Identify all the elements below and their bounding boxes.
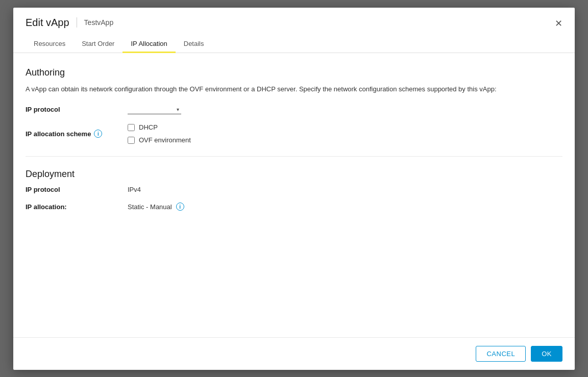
section-divider [26, 156, 562, 157]
dialog-header: Edit vApp TestvApp ✕ [13, 8, 575, 36]
dialog-title: Edit vApp [26, 17, 69, 29]
ip-allocation-scheme-info-icon[interactable]: i [94, 130, 102, 138]
ip-allocation-scheme-row: IP allocation scheme i DHCP OVF environm… [26, 123, 562, 144]
deployment-ip-allocation-value: Static - Manual i [128, 203, 184, 211]
dialog-body: Authoring A vApp can obtain its network … [13, 53, 575, 337]
close-button[interactable]: ✕ [553, 17, 565, 30]
ovf-env-label: OVF environment [139, 136, 191, 144]
ok-button[interactable]: OK [531, 346, 562, 362]
ip-allocation-scheme-label: IP allocation scheme i [26, 130, 128, 138]
ip-protocol-row: IP protocol IPv4 IPv6 IPv4 and IPv6 ▾ [26, 104, 562, 114]
ip-protocol-label: IP protocol [26, 106, 128, 113]
deployment-ip-allocation-row: IP allocation: Static - Manual i [26, 203, 562, 211]
ip-allocation-scheme-checkboxes: DHCP OVF environment [128, 123, 191, 144]
deployment-section-title: Deployment [26, 169, 562, 180]
tab-bar: Resources Start Order IP Allocation Deta… [13, 36, 575, 53]
dhcp-checkbox[interactable] [128, 124, 135, 131]
deployment-ip-protocol-value: IPv4 [128, 186, 141, 193]
ip-protocol-dropdown-wrapper: IPv4 IPv6 IPv4 and IPv6 ▾ [128, 104, 181, 114]
tab-ip-allocation[interactable]: IP Allocation [122, 36, 175, 53]
dhcp-checkbox-row[interactable]: DHCP [128, 123, 191, 131]
tab-start-order[interactable]: Start Order [74, 36, 122, 53]
dialog-footer: CANCEL OK [13, 337, 575, 370]
dialog-subtitle: TestvApp [84, 18, 114, 27]
authoring-section: Authoring A vApp can obtain its network … [26, 67, 562, 144]
ip-protocol-select[interactable]: IPv4 IPv6 IPv4 and IPv6 [128, 104, 181, 114]
authoring-description: A vApp can obtain its network configurat… [26, 84, 562, 94]
ip-allocation-info-icon[interactable]: i [176, 203, 184, 211]
edit-vapp-dialog: Edit vApp TestvApp ✕ Resources Start Ord… [13, 8, 575, 370]
tab-resources[interactable]: Resources [26, 36, 74, 53]
deployment-ip-allocation-label: IP allocation: [26, 203, 128, 211]
cancel-button[interactable]: CANCEL [476, 346, 526, 362]
deployment-ip-protocol-row: IP protocol IPv4 [26, 186, 562, 193]
deployment-ip-protocol-label: IP protocol [26, 186, 128, 193]
header-separator [77, 17, 77, 28]
ovf-env-checkbox-row[interactable]: OVF environment [128, 136, 191, 144]
tab-details[interactable]: Details [176, 36, 212, 53]
authoring-section-title: Authoring [26, 67, 562, 78]
dhcp-label: DHCP [139, 123, 158, 131]
ovf-env-checkbox[interactable] [128, 137, 135, 144]
deployment-section: Deployment IP protocol IPv4 IP allocatio… [26, 169, 562, 211]
